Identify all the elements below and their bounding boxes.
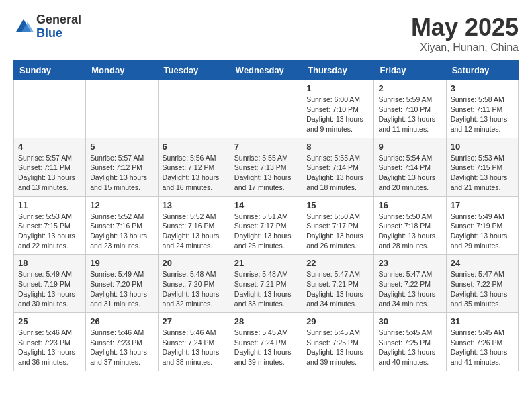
logo-blue: Blue: [36, 27, 81, 40]
day-info: Sunrise: 5:54 AM Sunset: 7:14 PM Dayligh…: [378, 153, 441, 193]
day-info: Sunrise: 5:56 AM Sunset: 7:12 PM Dayligh…: [163, 153, 226, 193]
calendar-cell: 7Sunrise: 5:55 AM Sunset: 7:13 PM Daylig…: [230, 138, 302, 196]
day-number: 28: [234, 316, 298, 326]
calendar-week-1: 1Sunrise: 6:00 AM Sunset: 7:10 PM Daylig…: [14, 80, 519, 138]
logo-text: General Blue: [36, 13, 81, 40]
calendar-cell: 20Sunrise: 5:48 AM Sunset: 7:20 PM Dayli…: [158, 255, 230, 313]
header-row: SundayMondayTuesdayWednesdayThursdayFrid…: [14, 61, 519, 80]
calendar-cell: 31Sunrise: 5:45 AM Sunset: 7:26 PM Dayli…: [446, 313, 518, 371]
day-info: Sunrise: 5:58 AM Sunset: 7:11 PM Dayligh…: [451, 95, 514, 134]
day-number: 12: [90, 200, 153, 210]
day-info: Sunrise: 5:47 AM Sunset: 7:22 PM Dayligh…: [451, 269, 514, 309]
calendar-cell: 21Sunrise: 5:48 AM Sunset: 7:21 PM Dayli…: [230, 255, 302, 313]
calendar-cell: [86, 80, 158, 138]
calendar-cell: 23Sunrise: 5:47 AM Sunset: 7:22 PM Dayli…: [374, 255, 446, 313]
calendar-cell: 15Sunrise: 5:50 AM Sunset: 7:17 PM Dayli…: [302, 196, 374, 255]
day-info: Sunrise: 5:46 AM Sunset: 7:23 PM Dayligh…: [90, 328, 153, 367]
day-number: 30: [378, 316, 441, 326]
day-info: Sunrise: 5:47 AM Sunset: 7:21 PM Dayligh…: [306, 269, 369, 309]
calendar-cell: 18Sunrise: 5:49 AM Sunset: 7:19 PM Dayli…: [14, 255, 86, 313]
day-number: 7: [234, 142, 298, 152]
day-number: 16: [378, 200, 441, 210]
day-number: 20: [163, 258, 226, 268]
logo-icon: [13, 17, 34, 37]
location: Xiyan, Hunan, China: [411, 42, 519, 54]
calendar-cell: 17Sunrise: 5:49 AM Sunset: 7:19 PM Dayli…: [446, 196, 518, 255]
day-info: Sunrise: 5:47 AM Sunset: 7:22 PM Dayligh…: [378, 269, 441, 309]
calendar-week-2: 4Sunrise: 5:57 AM Sunset: 7:11 PM Daylig…: [14, 138, 519, 196]
day-info: Sunrise: 5:45 AM Sunset: 7:25 PM Dayligh…: [306, 328, 369, 367]
calendar-cell: 24Sunrise: 5:47 AM Sunset: 7:22 PM Dayli…: [446, 255, 518, 313]
calendar-cell: 12Sunrise: 5:52 AM Sunset: 7:16 PM Dayli…: [86, 196, 158, 255]
calendar-cell: 29Sunrise: 5:45 AM Sunset: 7:25 PM Dayli…: [302, 313, 374, 371]
day-number: 6: [163, 142, 226, 152]
day-info: Sunrise: 5:53 AM Sunset: 7:15 PM Dayligh…: [451, 153, 514, 193]
day-info: Sunrise: 5:55 AM Sunset: 7:13 PM Dayligh…: [234, 153, 298, 193]
calendar-cell: 26Sunrise: 5:46 AM Sunset: 7:23 PM Dayli…: [86, 313, 158, 371]
day-info: Sunrise: 5:53 AM Sunset: 7:15 PM Dayligh…: [18, 212, 81, 251]
day-info: Sunrise: 5:48 AM Sunset: 7:20 PM Dayligh…: [163, 269, 226, 309]
day-number: 22: [306, 258, 369, 268]
calendar-cell: 14Sunrise: 5:51 AM Sunset: 7:17 PM Dayli…: [230, 196, 302, 255]
calendar-cell: [230, 80, 302, 138]
calendar-cell: 19Sunrise: 5:49 AM Sunset: 7:20 PM Dayli…: [86, 255, 158, 313]
page-header: General Blue May 2025 Xiyan, Hunan, Chin…: [13, 13, 519, 54]
calendar-cell: 4Sunrise: 5:57 AM Sunset: 7:11 PM Daylig…: [14, 138, 86, 196]
day-info: Sunrise: 5:59 AM Sunset: 7:10 PM Dayligh…: [378, 95, 441, 134]
day-info: Sunrise: 5:50 AM Sunset: 7:18 PM Dayligh…: [378, 212, 441, 251]
calendar-cell: 8Sunrise: 5:55 AM Sunset: 7:14 PM Daylig…: [302, 138, 374, 196]
calendar-cell: 9Sunrise: 5:54 AM Sunset: 7:14 PM Daylig…: [374, 138, 446, 196]
day-number: 21: [234, 258, 298, 268]
calendar-cell: 25Sunrise: 5:46 AM Sunset: 7:23 PM Dayli…: [14, 313, 86, 371]
day-info: Sunrise: 5:52 AM Sunset: 7:16 PM Dayligh…: [90, 212, 153, 251]
calendar-cell: 5Sunrise: 5:57 AM Sunset: 7:12 PM Daylig…: [86, 138, 158, 196]
day-number: 4: [18, 142, 81, 152]
day-number: 18: [18, 258, 81, 268]
day-number: 14: [234, 200, 298, 210]
day-number: 31: [451, 316, 514, 326]
calendar-cell: 11Sunrise: 5:53 AM Sunset: 7:15 PM Dayli…: [14, 196, 86, 255]
calendar-body: 1Sunrise: 6:00 AM Sunset: 7:10 PM Daylig…: [14, 80, 519, 371]
calendar-week-3: 11Sunrise: 5:53 AM Sunset: 7:15 PM Dayli…: [14, 196, 519, 255]
header-day-tuesday: Tuesday: [158, 61, 230, 80]
day-number: 2: [378, 83, 441, 93]
calendar-cell: 30Sunrise: 5:45 AM Sunset: 7:25 PM Dayli…: [374, 313, 446, 371]
day-info: Sunrise: 5:49 AM Sunset: 7:19 PM Dayligh…: [18, 269, 81, 309]
day-info: Sunrise: 5:52 AM Sunset: 7:16 PM Dayligh…: [163, 212, 226, 251]
calendar-cell: 28Sunrise: 5:45 AM Sunset: 7:24 PM Dayli…: [230, 313, 302, 371]
logo: General Blue: [13, 13, 81, 40]
day-info: Sunrise: 6:00 AM Sunset: 7:10 PM Dayligh…: [306, 95, 369, 134]
header-day-wednesday: Wednesday: [230, 61, 302, 80]
day-number: 25: [18, 316, 81, 326]
day-number: 3: [451, 83, 514, 93]
day-info: Sunrise: 5:46 AM Sunset: 7:24 PM Dayligh…: [163, 328, 226, 367]
day-info: Sunrise: 5:46 AM Sunset: 7:23 PM Dayligh…: [18, 328, 81, 367]
day-number: 11: [18, 200, 81, 210]
day-info: Sunrise: 5:57 AM Sunset: 7:12 PM Dayligh…: [90, 153, 153, 193]
day-number: 17: [451, 200, 514, 210]
calendar-cell: [14, 80, 86, 138]
day-number: 1: [306, 83, 369, 93]
day-info: Sunrise: 5:50 AM Sunset: 7:17 PM Dayligh…: [306, 212, 369, 251]
calendar-cell: 10Sunrise: 5:53 AM Sunset: 7:15 PM Dayli…: [446, 138, 518, 196]
day-info: Sunrise: 5:49 AM Sunset: 7:19 PM Dayligh…: [451, 212, 514, 251]
header-day-friday: Friday: [374, 61, 446, 80]
day-info: Sunrise: 5:45 AM Sunset: 7:25 PM Dayligh…: [378, 328, 441, 367]
day-number: 23: [378, 258, 441, 268]
day-number: 26: [90, 316, 153, 326]
calendar-cell: 6Sunrise: 5:56 AM Sunset: 7:12 PM Daylig…: [158, 138, 230, 196]
header-day-thursday: Thursday: [302, 61, 374, 80]
calendar-cell: 22Sunrise: 5:47 AM Sunset: 7:21 PM Dayli…: [302, 255, 374, 313]
header-day-sunday: Sunday: [14, 61, 86, 80]
logo-general: General: [36, 13, 81, 27]
day-number: 27: [163, 316, 226, 326]
title-area: May 2025 Xiyan, Hunan, China: [411, 13, 519, 54]
calendar-cell: 2Sunrise: 5:59 AM Sunset: 7:10 PM Daylig…: [374, 80, 446, 138]
day-number: 8: [306, 142, 369, 152]
day-number: 15: [306, 200, 369, 210]
calendar-cell: 27Sunrise: 5:46 AM Sunset: 7:24 PM Dayli…: [158, 313, 230, 371]
calendar-cell: 13Sunrise: 5:52 AM Sunset: 7:16 PM Dayli…: [158, 196, 230, 255]
day-number: 19: [90, 258, 153, 268]
day-info: Sunrise: 5:45 AM Sunset: 7:24 PM Dayligh…: [234, 328, 298, 367]
calendar-cell: 3Sunrise: 5:58 AM Sunset: 7:11 PM Daylig…: [446, 80, 518, 138]
